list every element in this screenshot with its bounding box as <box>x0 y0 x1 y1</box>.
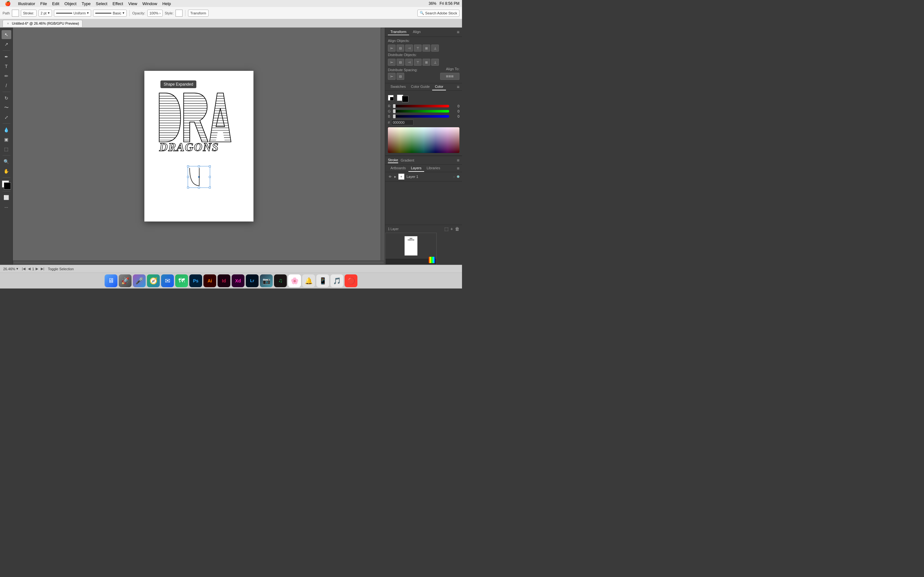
stroke-type-dropdown[interactable]: Uniform ▾ <box>54 10 91 17</box>
opacity-value-btn[interactable]: 100% › <box>147 10 163 17</box>
zoom-dropdown-icon[interactable]: ▾ <box>16 267 18 271</box>
line-type-dropdown[interactable]: Basic ▾ <box>93 10 127 17</box>
direct-select-tool[interactable]: ↗ <box>2 40 11 49</box>
align-bottom-btn[interactable]: ⊥ <box>431 45 439 52</box>
blend-tool[interactable]: ⬚ <box>2 145 11 153</box>
panel-menu-icon[interactable]: ≡ <box>457 29 459 35</box>
layers-tab[interactable]: Layers <box>409 165 424 172</box>
align-center-h-btn[interactable]: ⊟ <box>397 45 404 52</box>
dock-photoshop[interactable]: Ps <box>189 274 202 287</box>
apple-menu[interactable]: 🍎 <box>3 0 13 7</box>
dock-illustrator[interactable]: Ai <box>204 274 216 287</box>
g-slider[interactable] <box>393 110 449 113</box>
color-tab[interactable]: Color <box>432 83 446 90</box>
menu-object[interactable]: Object <box>62 1 79 7</box>
scroll-track-v[interactable] <box>381 28 384 264</box>
dock-indesign[interactable]: Id <box>218 274 230 287</box>
dock-notifications[interactable]: 🔔 <box>302 274 315 287</box>
brush-tool[interactable]: ✏ <box>2 71 11 81</box>
dist-left-btn[interactable]: ⊢ <box>388 59 396 66</box>
dock-siri[interactable]: 🎤 <box>133 274 145 287</box>
color-picker-gradient[interactable] <box>388 127 459 153</box>
new-sublayer-icon[interactable]: + <box>451 226 453 231</box>
dock-misc2[interactable]: 🎵 <box>330 274 343 287</box>
align-tab[interactable]: Align <box>410 29 423 35</box>
transform-tab[interactable]: Transform <box>388 29 409 35</box>
menu-effect[interactable]: Effect <box>110 1 126 7</box>
dock-capture[interactable]: 📷 <box>260 274 273 287</box>
b-slider[interactable] <box>393 115 449 118</box>
dock-lightroom[interactable]: Lr <box>246 274 258 287</box>
hex-input[interactable] <box>391 119 414 125</box>
menu-select[interactable]: Select <box>94 1 110 7</box>
dock-spotify[interactable]: ♫ <box>274 274 287 287</box>
menu-illustrator[interactable]: Illustrator <box>16 1 37 7</box>
dist-center-v-btn[interactable]: ⊞ <box>423 59 430 66</box>
dist-center-h-btn[interactable]: ⊟ <box>397 59 404 66</box>
transform-btn[interactable]: Transform <box>188 10 208 17</box>
dock-safari[interactable]: 🧭 <box>147 274 160 287</box>
dist-space-v-btn[interactable]: ⊟ <box>397 73 404 80</box>
nav-last-btn[interactable]: ▶| <box>40 267 45 271</box>
layers-panel-menu-icon[interactable]: ≡ <box>457 166 459 171</box>
gradient-tool[interactable]: ▣ <box>2 135 11 144</box>
rotate-tool[interactable]: ↻ <box>2 93 11 103</box>
zoom-tool[interactable]: 🔍 <box>2 157 11 166</box>
vertical-scrollbar[interactable] <box>381 27 385 265</box>
r-slider[interactable] <box>393 105 449 107</box>
style-swatch[interactable] <box>176 10 183 17</box>
dock-finder[interactable]: 🖥 <box>105 274 118 287</box>
menu-help[interactable]: Help <box>160 1 173 7</box>
document-tab[interactable]: × Untitled-6* @ 26.46% (RGB/GPU Preview) <box>3 20 82 27</box>
dist-top-btn[interactable]: ⊤ <box>414 59 422 66</box>
fill-color-swatch[interactable] <box>12 10 19 17</box>
gradient-panel-tab[interactable]: Gradient <box>401 158 414 163</box>
swatches-tab[interactable]: Swatches <box>388 83 409 90</box>
menu-window[interactable]: Window <box>140 1 160 7</box>
eyedropper-tool[interactable]: 💧 <box>2 125 11 134</box>
menu-type[interactable]: Type <box>79 1 93 7</box>
scale-tool[interactable]: ⤢ <box>2 113 11 122</box>
align-left-btn[interactable]: ⊢ <box>388 45 396 52</box>
scroll-track-h[interactable] <box>13 261 384 263</box>
background-swatch[interactable] <box>402 96 409 102</box>
dock-xd[interactable]: Xd <box>232 274 244 287</box>
warp-tool[interactable]: 〜 <box>2 103 11 112</box>
select-tool[interactable]: ↖ <box>2 30 11 39</box>
pen-tool[interactable]: ✒ <box>2 52 11 61</box>
horizontal-scrollbar[interactable] <box>13 260 385 265</box>
align-right-btn[interactable]: ⊣ <box>405 45 413 52</box>
dock-misc3[interactable]: 🔴 <box>344 274 357 287</box>
document-tab-close[interactable]: × <box>6 21 10 25</box>
color-panel-menu-icon[interactable]: ≡ <box>457 84 459 89</box>
layer-expand-icon[interactable]: ▶ <box>394 175 396 178</box>
stroke-panel-menu-icon[interactable]: ≡ <box>457 158 459 163</box>
more-tools-btn[interactable]: ··· <box>2 203 11 211</box>
nav-prev-btn[interactable]: ◀ <box>27 267 31 271</box>
hand-tool[interactable]: ✋ <box>2 167 11 176</box>
color-guide-tab[interactable]: Color Guide <box>409 83 433 90</box>
dock-misc1[interactable]: 📱 <box>317 274 329 287</box>
menu-edit[interactable]: Edit <box>50 1 61 7</box>
make-clipping-mask-icon[interactable]: ⬚ <box>444 226 449 231</box>
delete-layer-icon[interactable]: 🗑 <box>455 226 459 231</box>
align-center-v-btn[interactable]: ⊞ <box>423 45 430 52</box>
stroke-btn[interactable]: Stroke: <box>21 10 37 17</box>
stroke-panel-tab[interactable]: Stroke <box>388 157 398 163</box>
dist-right-btn[interactable]: ⊣ <box>405 59 413 66</box>
dock-maps[interactable]: 🗺 <box>175 274 188 287</box>
canvas-area[interactable]: Shape Expanded <box>13 27 385 265</box>
search-stock-btn[interactable]: 🔍 Search Adobe Stock <box>417 10 459 17</box>
color-swatches[interactable] <box>2 181 11 189</box>
dock-launchpad[interactable]: 🚀 <box>119 274 132 287</box>
nav-next-btn[interactable]: ▶ <box>35 267 39 271</box>
text-tool[interactable]: T <box>2 62 11 71</box>
pencil-tool[interactable]: / <box>2 81 11 90</box>
stroke-weight-dropdown[interactable]: 2 pt ▾ <box>39 10 52 17</box>
menu-file[interactable]: File <box>38 1 49 7</box>
nav-first-btn[interactable]: |◀ <box>21 267 26 271</box>
color-mode-rgb-icon[interactable] <box>388 95 394 101</box>
layer-lock-icon[interactable]: ○ <box>453 175 455 179</box>
menu-view[interactable]: View <box>126 1 140 7</box>
artboard-tool[interactable]: ⬜ <box>2 193 11 202</box>
